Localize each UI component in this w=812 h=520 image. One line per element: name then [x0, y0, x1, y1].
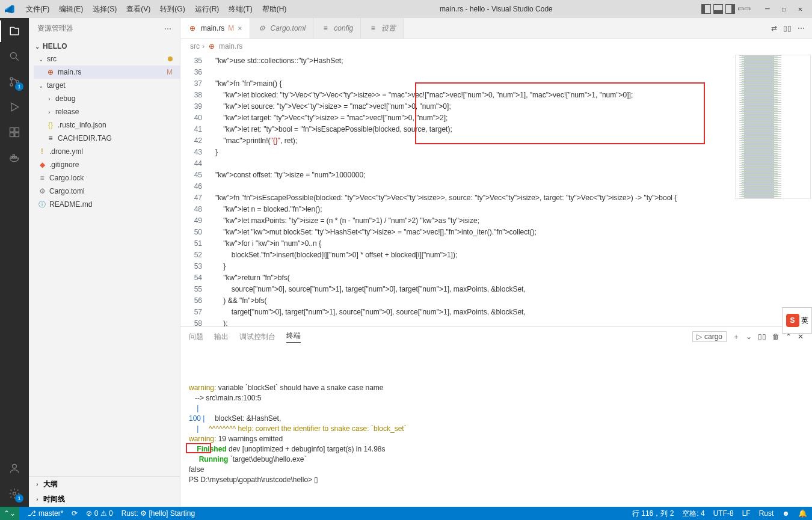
bottom-panel: 问题 输出 调试控制台 终端 ▷cargo ＋ ⌄ ▯▯ 🗑 ⌃ ✕ warni… — [180, 326, 812, 507]
line-numbers: 3536373839404142434445464748495051525354… — [180, 54, 208, 326]
scm-badge: 1 — [15, 82, 23, 91]
folder-debug[interactable]: ›debug — [34, 92, 180, 105]
file-readme[interactable]: ⓘREADME.md — [34, 198, 180, 211]
account-icon[interactable] — [7, 461, 22, 476]
menu-terminal[interactable]: 终端(T) — [224, 2, 256, 17]
svg-rect-7 — [15, 128, 19, 132]
customize-layout-icon[interactable]: ▭▭ — [737, 4, 748, 14]
panel-maximize-icon[interactable]: ⌃ — [786, 332, 792, 341]
run-debug-icon[interactable] — [7, 100, 22, 114]
sidebar: 资源管理器 ⋯ ⌄HELLO ⌄src ⊕main.rsM ⌄target ›d… — [29, 18, 180, 507]
file-main-rs[interactable]: ⊕main.rsM — [34, 66, 180, 79]
menu-run[interactable]: 运行(R) — [191, 2, 224, 17]
terminal[interactable]: warning: variable `blockSet` should have… — [180, 346, 812, 507]
file-cargo-toml[interactable]: ⚙Cargo.toml — [34, 185, 180, 198]
split-editor-icon[interactable]: ▯▯ — [783, 24, 792, 32]
menu-file[interactable]: 文件(F) — [22, 2, 54, 17]
svg-point-1 — [10, 78, 13, 80]
status-language[interactable]: Rust — [759, 509, 774, 518]
toggle-panel-icon[interactable] — [713, 4, 723, 14]
yaml-file-icon: ! — [37, 147, 47, 156]
toml-file-icon: ⚙ — [257, 24, 267, 32]
panel-close-icon[interactable]: ✕ — [798, 332, 804, 341]
layout-controls: ▭▭ — [701, 4, 748, 14]
status-branch[interactable]: ⎇ master* — [28, 509, 63, 518]
modified-dot-icon — [168, 57, 173, 61]
rust-file-icon: ⊕ — [46, 68, 55, 76]
panel-tab-debug-console[interactable]: 调试控制台 — [239, 332, 275, 342]
play-icon: ▷ — [697, 332, 702, 341]
code-editor[interactable]: 3536373839404142434445464748495051525354… — [180, 54, 812, 326]
ime-indicator[interactable]: S 英 — [782, 307, 812, 334]
menu-help[interactable]: 帮助(H) — [258, 2, 291, 17]
source-control-icon[interactable]: 1 — [7, 75, 22, 89]
outline-section[interactable]: ›大纲 — [29, 477, 180, 492]
file-cachedir[interactable]: ≡CACHEDIR.TAG — [34, 132, 180, 145]
menu-view[interactable]: 查看(V) — [122, 2, 155, 17]
settings-badge: 1 — [15, 494, 23, 503]
minimize-button[interactable]: ─ — [760, 2, 774, 16]
svg-point-2 — [10, 84, 13, 86]
compare-changes-icon[interactable]: ⇄ — [771, 24, 777, 32]
timeline-section[interactable]: ›时间线 — [29, 492, 180, 507]
sidebar-header: 资源管理器 ⋯ — [29, 18, 180, 39]
tab-config[interactable]: ≡config — [313, 18, 361, 38]
panel-tab-terminal[interactable]: 终端 — [286, 331, 301, 343]
file-gitignore[interactable]: ◆.gitignore — [34, 158, 180, 171]
status-cursor-position[interactable]: 行 116，列 2 — [632, 509, 674, 519]
explorer-icon[interactable] — [7, 24, 22, 38]
file-drone-yml[interactable]: !.drone.yml — [34, 145, 180, 158]
tab-settings[interactable]: ≡设置 — [361, 18, 404, 38]
sidebar-more-icon[interactable]: ⋯ — [164, 25, 171, 33]
svg-point-12 — [13, 464, 17, 468]
tab-main-rs[interactable]: ⊕main.rs M× — [180, 18, 250, 38]
panel-tab-output[interactable]: 输出 — [214, 332, 229, 342]
file-icon: ≡ — [321, 24, 330, 32]
search-icon[interactable] — [7, 49, 22, 64]
maximize-button[interactable]: ☐ — [777, 2, 791, 16]
close-tab-icon[interactable]: × — [238, 24, 242, 32]
status-bar: ⌃⌄ ⎇ master* ⟳ ⊘ 0 ⚠ 0 Rust: ⚙ [hello] S… — [0, 507, 812, 520]
activity-bar: 1 1 — [0, 18, 29, 507]
more-actions-icon[interactable]: ⋯ — [798, 24, 805, 32]
window-title: main.rs - hello - Visual Studio Code — [291, 5, 701, 13]
folder-release[interactable]: ›release — [34, 105, 180, 118]
svg-rect-6 — [15, 133, 19, 137]
breadcrumb[interactable]: src›⊕main.rs — [180, 39, 812, 54]
extensions-icon[interactable] — [7, 125, 22, 139]
project-header[interactable]: ⌄HELLO — [29, 40, 180, 52]
terminal-dropdown-icon[interactable]: ⌄ — [746, 332, 752, 341]
file-rustc-info[interactable]: {}.rustc_info.json — [34, 118, 180, 132]
status-problems[interactable]: ⊘ 0 ⚠ 0 — [86, 509, 112, 518]
settings-gear-icon[interactable]: 1 — [7, 486, 22, 501]
status-encoding[interactable]: UTF-8 — [713, 509, 734, 518]
toggle-secondary-icon[interactable] — [725, 4, 735, 14]
menu-go[interactable]: 转到(G) — [156, 2, 189, 17]
status-sync[interactable]: ⟳ — [72, 509, 78, 518]
status-remote-icon[interactable]: ⌃⌄ — [0, 507, 19, 520]
split-terminal-icon[interactable]: ▯▯ — [758, 332, 766, 341]
folder-src[interactable]: ⌄src — [34, 52, 180, 66]
new-terminal-icon[interactable]: ＋ — [733, 332, 740, 342]
menu-edit[interactable]: 编辑(E) — [55, 2, 87, 17]
terminal-task-chip[interactable]: ▷cargo — [692, 331, 727, 342]
tab-cargo-toml[interactable]: ⚙Cargo.toml — [250, 18, 314, 38]
status-indent[interactable]: 空格: 4 — [682, 509, 704, 519]
git-status-m: M — [167, 68, 173, 76]
close-button[interactable]: ✕ — [793, 2, 807, 16]
folder-target[interactable]: ⌄target — [34, 79, 180, 92]
status-notifications-icon[interactable]: 🔔 — [798, 509, 807, 518]
menu-selection[interactable]: 选择(S) — [88, 2, 121, 17]
status-eol[interactable]: LF — [742, 509, 751, 518]
file-cargo-lock[interactable]: ≡Cargo.lock — [34, 171, 180, 185]
minimap[interactable] — [734, 54, 812, 326]
sogou-logo-icon: S — [786, 314, 799, 327]
status-rust-analyzer[interactable]: Rust: ⚙ [hello] Starting — [121, 509, 195, 518]
status-feedback-icon[interactable]: ☻ — [782, 509, 790, 518]
kill-terminal-icon[interactable]: 🗑 — [772, 332, 780, 341]
panel-tab-problems[interactable]: 问题 — [189, 332, 203, 342]
sidebar-title: 资源管理器 — [37, 23, 73, 34]
file-tree: ⌄src ⊕main.rsM ⌄target ›debug ›release {… — [29, 52, 180, 211]
docker-icon[interactable] — [7, 150, 22, 165]
toggle-sidebar-icon[interactable] — [701, 4, 711, 14]
